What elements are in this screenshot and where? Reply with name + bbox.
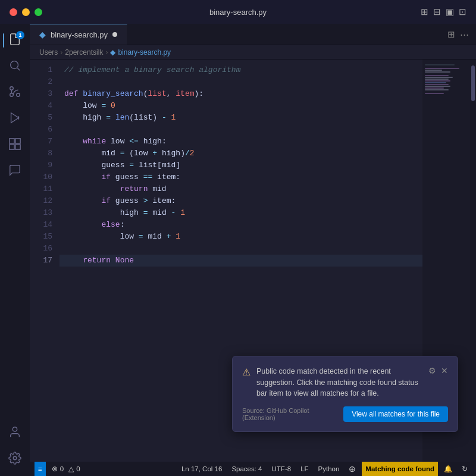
tab-label: binary-search.py [51,30,108,39]
close-button[interactable] [10,8,17,16]
code-line-16 [60,243,422,255]
sidebar-item-git[interactable] [3,81,27,105]
code-line-9: guess = list[mid] [60,159,422,171]
code-line-3: def binary_search(list, item): [60,88,422,100]
sidebar-item-run[interactable] [3,107,27,131]
tab-bar-actions: ⊞ ⋯ [447,24,476,45]
code-line-10: if guess == item: [60,171,422,183]
svg-point-3 [10,86,14,90]
window-title: binary-search.py [209,8,267,17]
svg-rect-11 [15,144,20,149]
warning-icon: ⚠ [242,367,250,378]
breadcrumb-users[interactable]: Users [39,48,58,57]
layout-icon-3[interactable]: ▣ [446,7,454,17]
editor-content[interactable]: 1 2 3 4 5 6 7 8 9 10 11 12 13 14 15 16 1… [30,60,476,462]
svg-rect-8 [10,138,14,143]
notification-source: Source: GitHub Copilot (Extension) [242,407,343,421]
status-matching-code[interactable]: Matching code found [362,462,438,476]
status-sync[interactable]: ↻ [458,462,471,476]
sync-icon: ↻ [462,465,468,473]
status-spaces[interactable]: Spaces: 4 [228,462,265,476]
traffic-lights [10,8,42,16]
sidebar-item-settings[interactable] [3,447,27,471]
explorer-badge: 1 [16,31,24,39]
status-errors[interactable]: ⊗ 0 △ 0 [48,462,84,476]
notification-popup: ⚠ Public code match detected in the rece… [232,356,458,432]
code-line-13: high = mid - 1 [60,207,422,219]
status-cursor[interactable]: Ln 17, Col 16 [178,462,226,476]
language-label: Python [318,465,340,472]
notification-footer: Source: GitHub Copilot (Extension) View … [242,406,448,422]
status-encoding[interactable]: UTF-8 [268,462,295,476]
code-line-6 [60,124,422,136]
sidebar-item-search[interactable] [3,55,27,79]
svg-marker-6 [11,112,19,123]
svg-rect-9 [15,138,20,143]
layout-icon-2[interactable]: ⊟ [433,7,441,17]
run-icon [8,111,21,127]
notification-settings-icon[interactable]: ⚙ [428,366,436,375]
status-copilot[interactable]: ⊕ [345,462,359,476]
code-line-8: mid = (low + high)/2 [60,148,422,159]
split-editor-icon[interactable]: ⊞ [447,29,455,40]
bell-icon: 🔔 [444,465,452,473]
notification-text: Public code match detected in the recent… [256,366,422,399]
notification-header: ⚠ Public code match detected in the rece… [242,366,448,399]
minimize-button[interactable] [22,8,30,16]
maximize-button[interactable] [35,8,42,16]
status-bar: ≡ ⊗ 0 △ 0 Ln 17, Col 16 Spaces: 4 UTF-8 … [30,462,476,476]
status-language[interactable]: Python [315,462,343,476]
more-actions-icon[interactable]: ⋯ [460,29,469,40]
notification-icons: ⚙ ✕ [428,366,448,375]
app-container: 1 [0,24,476,476]
code-line-2 [60,76,422,88]
code-line-17: return None [60,255,422,267]
layout-icon-4[interactable]: ⊡ [459,7,466,17]
breadcrumb-filename[interactable]: binary-search.py [118,48,171,57]
scrollbar[interactable] [470,60,476,462]
view-all-matches-button[interactable]: View all matches for this file [343,406,448,422]
svg-point-13 [13,456,17,460]
warning-count: 0 [76,465,80,472]
error-count: 0 [60,465,64,472]
breadcrumb-2percentsilk[interactable]: 2percentsilk [65,48,103,57]
activity-bar: 1 [0,24,30,476]
account-icon [8,425,21,441]
sidebar-item-explorer[interactable]: 1 [3,29,27,52]
line-numbers: 1 2 3 4 5 6 7 8 9 10 11 12 13 14 15 16 1… [30,60,60,462]
code-line-7: while low <= high: [60,136,422,148]
breadcrumb-sep-2: › [105,48,108,57]
editor-area: ◆ binary-search.py ⊞ ⋯ Users › 2percents… [30,24,476,476]
cursor-position: Ln 17, Col 16 [181,465,222,472]
code-line-14: else: [60,219,422,231]
tab-binary-search[interactable]: ◆ binary-search.py [30,24,127,45]
matching-code-label: Matching code found [365,465,434,472]
title-bar-actions: ⊞ ⊟ ▣ ⊡ [421,7,466,17]
notification-close-icon[interactable]: ✕ [441,366,448,375]
remote-icon: ≡ [38,465,42,472]
code-line-1: // implement a binary search algorithm [60,64,422,76]
code-line-11: return mid [60,183,422,195]
sidebar-item-account[interactable] [3,421,27,445]
svg-point-2 [17,93,20,96]
sidebar-item-chat[interactable] [3,159,27,183]
title-bar: binary-search.py ⊞ ⊟ ▣ ⊡ [0,0,476,24]
code-line-5: high = len(list) - 1 [60,112,422,124]
sidebar-item-extensions[interactable] [3,133,27,157]
error-icon: ⊗ [52,465,58,473]
scrollbar-thumb[interactable] [471,65,475,101]
encoding-label: UTF-8 [272,465,292,472]
tab-bar: ◆ binary-search.py ⊞ ⋯ [30,24,476,45]
code-line-4: low = 0 [60,100,422,112]
warning-icon-status: △ [68,465,74,473]
status-eol[interactable]: LF [297,462,312,476]
chat-icon [8,164,21,180]
svg-point-12 [12,427,17,431]
status-remote[interactable]: ≡ [35,462,46,476]
tab-file-icon: ◆ [39,30,46,39]
layout-icon-1[interactable]: ⊞ [421,7,428,17]
status-notifications[interactable]: 🔔 [440,462,456,476]
breadcrumb-sep-1: › [60,48,62,57]
svg-point-4 [10,93,14,96]
git-icon [8,85,21,101]
